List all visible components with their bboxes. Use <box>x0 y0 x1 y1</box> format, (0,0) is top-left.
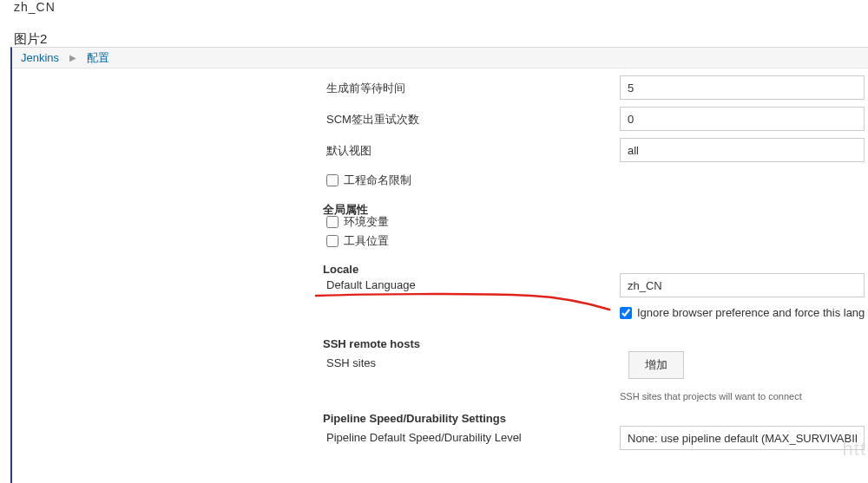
pipeline-level-label: Pipeline Default Speed/Durability Level <box>326 431 522 444</box>
default-language-input[interactable] <box>620 273 865 297</box>
tool-location-checkbox[interactable] <box>326 235 339 247</box>
breadcrumb-root-link[interactable]: Jenkins <box>21 51 59 64</box>
breadcrumb-current[interactable]: 配置 <box>87 50 109 66</box>
wait-time-input[interactable] <box>620 75 865 100</box>
add-button[interactable]: 增加 <box>628 351 684 379</box>
ignore-browser-pref-checkbox[interactable] <box>620 307 632 319</box>
chevron-right-icon: ▶ <box>69 53 76 62</box>
default-view-label: 默认视图 <box>326 143 372 159</box>
scm-retry-label: SCM签出重试次数 <box>326 112 419 127</box>
pipeline-settings-heading: Pipeline Speed/Durability Settings <box>323 412 506 425</box>
ssh-remote-hosts-heading: SSH remote hosts <box>323 337 420 350</box>
scm-retry-input[interactable] <box>620 107 865 131</box>
ssh-sites-label: SSH sites <box>326 356 376 369</box>
tool-location-label: 工具位置 <box>344 233 389 249</box>
page-top-fragment: zh_CN <box>14 0 56 14</box>
env-vars-label: 环境变量 <box>344 214 389 230</box>
config-form: 生成前等待时间 SCM签出重试次数 默认视图 工程命名限制 <box>12 69 868 483</box>
pipeline-level-select[interactable] <box>620 426 865 450</box>
naming-restriction-label: 工程命名限制 <box>344 173 411 188</box>
naming-restriction-checkbox[interactable] <box>326 174 339 186</box>
image-caption: 图片2 <box>14 31 47 48</box>
breadcrumb: Jenkins ▶ 配置 <box>12 48 868 69</box>
env-vars-checkbox[interactable] <box>326 216 339 228</box>
default-view-input[interactable] <box>620 138 865 162</box>
ssh-sites-helper-text: SSH sites that projects will want to con… <box>620 391 802 401</box>
jenkins-frame: Jenkins ▶ 配置 生成前等待时间 SCM签出重试次数 默认视图 <box>10 47 868 483</box>
wait-time-label: 生成前等待时间 <box>326 81 405 96</box>
ignore-browser-pref-label: Ignore browser preference and force this… <box>637 306 865 319</box>
default-language-label: Default Language <box>326 278 416 291</box>
